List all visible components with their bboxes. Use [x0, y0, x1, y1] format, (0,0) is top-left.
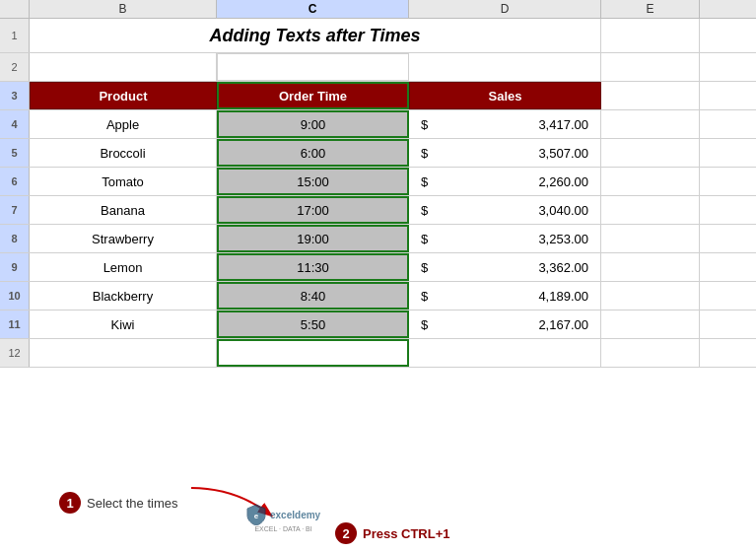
rownum-5: 5: [0, 139, 30, 167]
cell-c4-time[interactable]: 9:00: [217, 110, 409, 138]
rownum-1: 1: [0, 19, 30, 52]
sales-value-10: 4,189.00: [538, 289, 588, 304]
cell-c10-time[interactable]: 8:40: [217, 282, 409, 310]
grid: 1 Adding Texts after Times 2 3 Product O…: [0, 19, 756, 473]
cell-b12: [30, 339, 217, 367]
cell-e6: [601, 168, 700, 195]
sales-value-8: 3,253.00: [538, 232, 588, 246]
dollar-7: $: [421, 203, 428, 218]
cell-b3-header: Product: [30, 82, 217, 109]
cell-c8-time[interactable]: 19:00: [217, 225, 409, 252]
spreadsheet: B C D E 1 Adding Texts after Times 2 3 P…: [0, 0, 756, 552]
row-12: 12: [0, 339, 756, 368]
sales-value-11: 2,167.00: [538, 317, 588, 332]
rownum-3: 3: [0, 82, 30, 109]
cell-c5-time[interactable]: 6:00: [217, 139, 409, 167]
col-header-c: C: [217, 0, 409, 18]
rownum-8: 8: [0, 225, 30, 252]
cell-d8-sales: $ 3,253.00: [409, 225, 601, 252]
cell-e4: [601, 110, 700, 138]
annotation-2: 2 Press CTRL+1: [335, 522, 450, 544]
cell-e12: [601, 339, 700, 367]
exceldemy-shield-icon: e: [246, 504, 266, 525]
column-headers: B C D E: [0, 0, 756, 19]
dollar-9: $: [421, 260, 428, 275]
rownum-11: 11: [0, 310, 30, 338]
row-6: 6 Tomato 15:00 $ 2,260.00: [0, 168, 756, 196]
row-2: 2: [0, 53, 756, 82]
cell-d2: [409, 53, 601, 81]
badge-1: 1: [59, 492, 81, 514]
sales-value-9: 3,362.00: [538, 260, 588, 275]
cell-c12: [217, 339, 409, 367]
spreadsheet-title: Adding Texts after Times: [209, 26, 420, 46]
row-10: 10 Blackberry 8:40 $ 4,189.00: [0, 282, 756, 310]
dollar-11: $: [421, 317, 428, 332]
col-header-d: D: [409, 0, 601, 18]
rownum-10: 10: [0, 282, 30, 310]
cell-c3-header: Order Time: [217, 82, 409, 109]
annotation-2-text: Press CTRL+1: [363, 526, 450, 541]
corner-cell: [0, 0, 30, 18]
row-3: 3 Product Order Time Sales: [0, 82, 756, 110]
badge-2: 2: [335, 522, 357, 544]
rownum-2: 2: [0, 53, 30, 81]
cell-b6-product: Tomato: [30, 168, 217, 195]
cell-c9-time[interactable]: 11:30: [217, 253, 409, 281]
cell-b7-product: Banana: [30, 196, 217, 224]
cell-c7-time[interactable]: 17:00: [217, 196, 409, 224]
svg-text:e: e: [254, 512, 259, 520]
col-header-b: B: [30, 0, 217, 18]
cell-d11-sales: $ 2,167.00: [409, 310, 601, 338]
rownum-12: 12: [0, 339, 30, 367]
cell-e5: [601, 139, 700, 167]
exceldemy-tagline: EXCEL · DATA · BI: [254, 525, 311, 532]
sales-header: Sales: [489, 89, 522, 104]
cell-d7-sales: $ 3,040.00: [409, 196, 601, 224]
row-1: 1 Adding Texts after Times: [0, 19, 756, 53]
cell-e10: [601, 282, 700, 310]
order-time-header: Order Time: [279, 89, 347, 104]
cell-b10-product: Blackberry: [30, 282, 217, 310]
row-4: 4 Apple 9:00 $ 3,417.00: [0, 110, 756, 139]
cell-e7: [601, 196, 700, 224]
cell-d9-sales: $ 3,362.00: [409, 253, 601, 281]
cell-e8: [601, 225, 700, 252]
row-11: 11 Kiwi 5:50 $ 2,167.00: [0, 310, 756, 339]
rownum-4: 4: [0, 110, 30, 138]
rownum-9: 9: [0, 253, 30, 281]
sales-value-5: 3,507.00: [538, 146, 588, 161]
cell-d4-sales: $ 3,417.00: [409, 110, 601, 138]
cell-b1: Adding Texts after Times: [30, 19, 601, 52]
annotation-area: 1 Select the times e exce: [0, 473, 756, 552]
sales-value-7: 3,040.00: [538, 203, 588, 218]
col-header-e: E: [601, 0, 700, 18]
cell-e2: [601, 53, 700, 81]
cell-b9-product: Lemon: [30, 253, 217, 281]
row-8: 8 Strawberry 19:00 $ 3,253.00: [0, 225, 756, 253]
cell-d5-sales: $ 3,507.00: [409, 139, 601, 167]
cell-e1: [601, 19, 700, 52]
cell-e11: [601, 310, 700, 338]
cell-b8-product: Strawberry: [30, 225, 217, 252]
row-5: 5 Broccoli 6:00 $ 3,507.00: [0, 139, 756, 168]
dollar-8: $: [421, 232, 428, 246]
rownum-6: 6: [0, 168, 30, 195]
cell-d10-sales: $ 4,189.00: [409, 282, 601, 310]
cell-b2: [30, 53, 217, 81]
cell-c11-time[interactable]: 5:50: [217, 310, 409, 338]
dollar-6: $: [421, 174, 428, 189]
dollar-10: $: [421, 289, 428, 304]
cell-d6-sales: $ 2,260.00: [409, 168, 601, 195]
dollar-4: $: [421, 117, 428, 132]
cell-b4-product: Apple: [30, 110, 217, 138]
row-7: 7 Banana 17:00 $ 3,040.00: [0, 196, 756, 225]
cell-d3-header: Sales: [409, 82, 601, 109]
dollar-5: $: [421, 146, 428, 161]
cell-c2: [217, 53, 409, 81]
cell-b5-product: Broccoli: [30, 139, 217, 167]
cell-c6-time[interactable]: 15:00: [217, 168, 409, 195]
product-header: Product: [99, 89, 147, 104]
rownum-7: 7: [0, 196, 30, 224]
exceldemy-logo: e exceldemy EXCEL · DATA · BI: [246, 504, 320, 532]
